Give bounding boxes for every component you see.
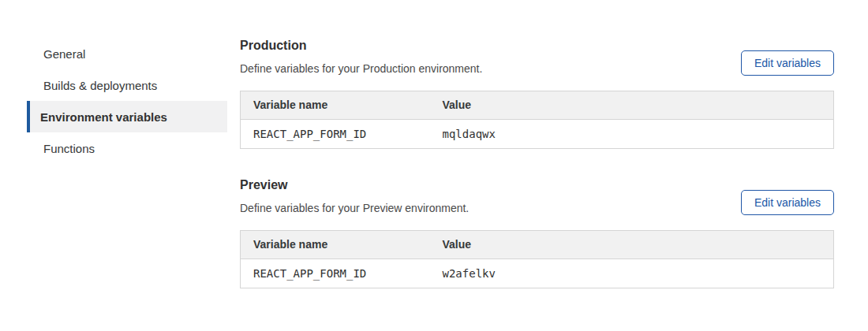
column-header-variable-name: Variable name [241,231,430,259]
table-header-row: Variable name Value [241,231,834,259]
pages-settings-page: General Builds & deployments Environment… [0,0,868,317]
sidebar-item-label: Builds & deployments [43,79,157,92]
production-titles: Production Define variables for your Pro… [240,38,482,76]
production-section-header: Production Define variables for your Pro… [240,38,834,76]
production-section: Production Define variables for your Pro… [240,38,834,149]
variable-value-cell: w2afelkv [430,259,834,288]
preview-description: Define variables for your Preview enviro… [240,201,469,216]
sidebar-item-label: Environment variables [40,110,167,124]
edit-production-variables-button[interactable]: Edit variables [741,50,834,76]
production-description: Define variables for your Production env… [240,61,482,76]
table-row: REACT_APP_FORM_ID w2afelkv [241,259,834,288]
column-header-value: Value [430,91,834,120]
production-title: Production [240,38,482,54]
production-variables-table: Variable name Value REACT_APP_FORM_ID mq… [240,91,834,149]
sidebar-item-general[interactable]: General [27,38,227,69]
variable-value-cell: mqldaqwx [430,120,834,149]
preview-section: Preview Define variables for your Previe… [240,177,834,288]
sidebar-item-functions[interactable]: Functions [27,132,227,164]
preview-title: Preview [240,177,469,193]
table-header-row: Variable name Value [241,91,834,120]
sidebar-item-environment-variables[interactable]: Environment variables [27,101,227,132]
table-row: REACT_APP_FORM_ID mqldaqwx [241,120,834,149]
sidebar-item-builds-deployments[interactable]: Builds & deployments [27,69,227,101]
settings-content: Production Define variables for your Pro… [240,38,834,317]
column-header-value: Value [430,231,834,259]
variable-name-cell: REACT_APP_FORM_ID [241,120,430,149]
sidebar-item-label: General [43,47,85,61]
preview-variables-table: Variable name Value REACT_APP_FORM_ID w2… [240,230,834,288]
edit-preview-variables-button[interactable]: Edit variables [741,190,834,215]
preview-section-header: Preview Define variables for your Previe… [240,177,834,216]
column-header-variable-name: Variable name [241,91,430,120]
sidebar-item-label: Functions [43,142,95,155]
preview-titles: Preview Define variables for your Previe… [240,177,469,216]
variable-name-cell: REACT_APP_FORM_ID [241,259,430,288]
settings-sidebar: General Builds & deployments Environment… [27,38,227,164]
